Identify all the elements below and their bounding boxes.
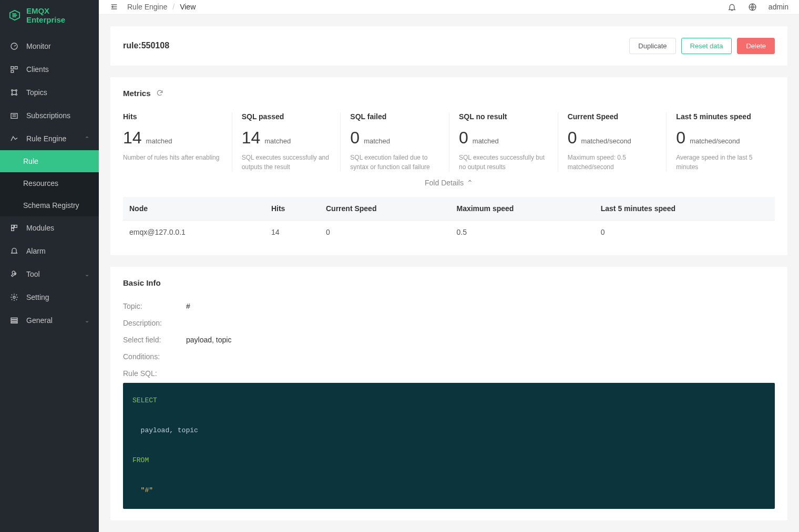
svg-rect-11	[15, 225, 17, 228]
sidebar-item-label: General	[26, 316, 53, 325]
metric-value: 0	[350, 128, 360, 148]
chevron-up-icon: ⌃	[85, 135, 89, 142]
svg-rect-9	[11, 113, 17, 118]
breadcrumb-link[interactable]: Rule Engine	[127, 3, 167, 11]
bell-icon[interactable]	[728, 3, 736, 12]
sidebar-item-subscriptions[interactable]: Subscriptions	[0, 104, 99, 127]
sidebar-toggle-button[interactable]	[109, 3, 119, 11]
sidebar: EMQX Enterprise Monitor Clients Topics S…	[0, 0, 99, 532]
sidebar-item-label: Setting	[26, 293, 49, 301]
sql-keyword-from: FROM	[132, 456, 149, 464]
metric-label: SQL failed	[350, 112, 439, 121]
sidebar-item-label: Tool	[26, 270, 40, 278]
reset-data-button[interactable]: Reset data	[681, 38, 732, 54]
general-icon	[9, 316, 19, 325]
metric-unit: matched	[146, 137, 172, 145]
info-value: payload, topic	[186, 336, 231, 344]
fold-details-button[interactable]: Fold Details ⌃	[425, 179, 473, 187]
rule-sql-code: SELECT payload, topic FROM "#"	[123, 383, 775, 509]
svg-rect-15	[11, 320, 17, 321]
info-label: Description:	[123, 319, 170, 327]
metric-desc: SQL executes successfully but no output …	[459, 153, 548, 172]
info-row-select-field: Select field: payload, topic	[123, 336, 775, 344]
breadcrumb: Rule Engine / View	[127, 3, 196, 11]
cell-hits: 14	[265, 220, 320, 244]
metric-label: SQL passed	[242, 112, 331, 121]
chevron-up-icon: ⌃	[467, 179, 473, 187]
metric-last5-speed: Last 5 minutes speed 0matched/second Ave…	[666, 112, 775, 172]
brand-logo[interactable]: EMQX Enterprise	[0, 0, 99, 30]
metric-value: 0	[459, 128, 468, 148]
fold-details-label: Fold Details	[425, 179, 464, 187]
svg-point-5	[12, 90, 13, 91]
th-last5-speed: Last 5 minutes speed	[595, 197, 775, 221]
sidebar-item-rule-engine[interactable]: Rule Engine ⌃	[0, 127, 99, 150]
refresh-icon[interactable]	[156, 89, 163, 97]
sidebar-subitem-rule[interactable]: Rule	[0, 150, 99, 172]
sidebar-subitem-resources[interactable]: Resources	[0, 172, 99, 194]
brand-text: EMQX Enterprise	[26, 6, 90, 24]
sidebar-item-label: Monitor	[26, 42, 51, 50]
rule-title: rule:550108	[123, 41, 169, 50]
th-node: Node	[123, 197, 265, 221]
svg-rect-10	[12, 225, 14, 228]
sidebar-item-monitor[interactable]: Monitor	[0, 35, 99, 58]
subscriptions-icon	[9, 111, 19, 120]
metric-unit: matched	[264, 137, 291, 145]
metric-unit: matched/second	[690, 137, 740, 145]
svg-rect-16	[11, 322, 17, 323]
sidebar-nav: Monitor Clients Topics Subscriptions Rul…	[0, 30, 99, 332]
cell-node: emqx@127.0.0.1	[123, 220, 265, 244]
svg-point-6	[16, 90, 17, 91]
svg-rect-14	[11, 318, 17, 319]
sidebar-item-setting[interactable]: Setting	[0, 286, 99, 309]
monitor-icon	[9, 41, 19, 51]
info-row-description: Description:	[123, 319, 775, 327]
sidebar-item-tool[interactable]: Tool ⌄	[0, 263, 99, 286]
globe-icon[interactable]	[748, 3, 757, 12]
duplicate-button[interactable]: Duplicate	[629, 38, 675, 54]
breadcrumb-separator: /	[172, 3, 175, 11]
th-hits: Hits	[265, 197, 320, 221]
sidebar-item-alarm[interactable]: Alarm	[0, 239, 99, 263]
metrics-grid: Hits 14matched Number of rules hits afte…	[123, 112, 775, 172]
sql-keyword-select: SELECT	[132, 397, 157, 404]
sidebar-item-general[interactable]: General ⌄	[0, 309, 99, 332]
metric-sql-failed: SQL failed 0matched SQL execution failed…	[340, 112, 449, 172]
svg-point-8	[16, 94, 17, 96]
sidebar-item-label: Topics	[26, 88, 47, 97]
svg-rect-4	[11, 70, 14, 72]
sidebar-item-topics[interactable]: Topics	[0, 81, 99, 104]
user-menu[interactable]: admin	[769, 3, 788, 11]
info-value: #	[186, 302, 190, 310]
info-label: Select field:	[123, 336, 170, 344]
info-row-conditions: Conditions:	[123, 352, 775, 361]
svg-rect-3	[15, 67, 17, 69]
sidebar-item-label: Rule Engine	[26, 134, 66, 143]
metric-unit: matched	[473, 137, 499, 145]
sidebar-subitem-schema-registry[interactable]: Schema Registry	[0, 194, 99, 216]
metric-label: SQL no result	[459, 112, 548, 121]
info-label: Rule SQL:	[123, 369, 170, 378]
sidebar-item-label: Clients	[26, 65, 49, 74]
metric-desc: SQL executes successfully and outputs th…	[242, 153, 331, 172]
cell-max-speed: 0.5	[450, 220, 595, 244]
th-current-speed: Current Speed	[320, 197, 450, 221]
sql-topic-string: "#"	[132, 486, 153, 494]
cell-last5-speed: 0	[595, 220, 775, 244]
tool-icon	[9, 269, 19, 279]
metric-desc: SQL execution failed due to syntax or fu…	[350, 153, 439, 172]
metric-label: Current Speed	[568, 112, 657, 121]
table-row: emqx@127.0.0.1 14 0 0.5 0	[123, 220, 775, 244]
metric-value: 14	[242, 128, 261, 148]
chevron-down-icon: ⌄	[85, 271, 89, 278]
svg-point-13	[13, 296, 15, 298]
chevron-down-icon: ⌄	[85, 317, 89, 324]
sidebar-item-clients[interactable]: Clients	[0, 58, 99, 81]
basic-info-card: Basic Info Topic: # Description: Select …	[110, 267, 787, 520]
delete-button[interactable]: Delete	[737, 38, 775, 54]
metric-value: 0	[676, 128, 685, 148]
sidebar-item-label: Modules	[26, 224, 54, 232]
modules-icon	[9, 223, 19, 233]
sidebar-item-modules[interactable]: Modules	[0, 216, 99, 239]
